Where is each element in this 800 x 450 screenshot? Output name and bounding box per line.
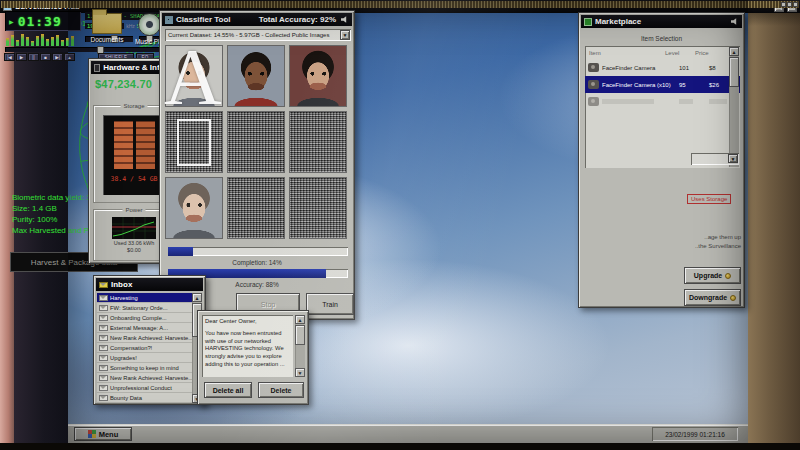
player-minimize-button[interactable] <box>781 2 786 7</box>
quantity-dropdown[interactable]: ▼ <box>691 153 739 165</box>
static-image[interactable] <box>289 111 347 173</box>
email-subject: Unprofessional Conduct <box>110 385 172 391</box>
face-grid <box>165 45 351 239</box>
classifier-icon <box>165 16 173 24</box>
seek-slider[interactable] <box>5 47 159 52</box>
marketplace-titlebar[interactable]: Marketplace <box>581 15 742 28</box>
pause-button[interactable]: || <box>28 53 39 61</box>
envelope-icon <box>99 335 108 341</box>
marketplace-title: Marketplace <box>595 17 641 26</box>
face-image[interactable] <box>227 45 285 107</box>
dropdown-arrow-icon[interactable]: ▼ <box>340 30 350 40</box>
classifier-titlebar[interactable]: Classifier Tool Total Accuracy: 92% <box>162 13 352 26</box>
selection-rectangle <box>177 119 211 166</box>
email-row[interactable]: New Rank Achieved: Harveste... <box>97 373 193 383</box>
redacted-text <box>709 99 727 104</box>
camera-icon <box>588 80 599 89</box>
speaker-icon[interactable] <box>341 16 349 24</box>
face-image[interactable] <box>165 45 223 107</box>
email-row[interactable]: Bounty Data <box>97 393 193 403</box>
marketplace-row-selected[interactable]: FaceFinder Camera (x10) 95 $26 <box>585 76 740 93</box>
email-row[interactable]: External Message: A... <box>97 323 193 333</box>
power-graph <box>112 217 156 239</box>
column-level: Level <box>665 50 695 56</box>
train-button[interactable]: Train <box>306 293 354 315</box>
delete-all-button[interactable]: Delete all <box>204 382 252 398</box>
menu-logo-icon <box>88 430 96 438</box>
email-subject: Compensation?! <box>110 345 152 351</box>
face-image[interactable] <box>165 177 223 239</box>
desktop-scene: Documents Music Pl.. Hardware & Infrastr… <box>0 0 800 450</box>
email-list: Harvesting FW: Stationary Orde... Onboar… <box>97 293 193 403</box>
menu-button[interactable]: Menu <box>74 427 132 441</box>
email-subject: Something to keep in mind <box>110 365 179 371</box>
email-row[interactable]: Unprofessional Conduct <box>97 383 193 393</box>
email-row[interactable]: Onboarding Comple... <box>97 313 193 323</box>
monitor-bottom-edge <box>0 443 800 450</box>
desktop-icon-documents[interactable]: Documents <box>84 13 130 43</box>
email-row[interactable]: Compensation?! <box>97 343 193 353</box>
coin-icon <box>725 273 731 279</box>
email-subject: Onboarding Comple... <box>110 315 167 321</box>
email-row[interactable]: Something to keep in mind <box>97 363 193 373</box>
email-row[interactable]: New Rank Achieved: Harveste... <box>97 333 193 343</box>
storage-bars <box>114 121 155 169</box>
note-line: ..age them up <box>683 233 741 242</box>
player-titlebar[interactable] <box>1 1 799 8</box>
email-subject: Upgrades! <box>110 355 137 361</box>
face-image[interactable] <box>289 45 347 107</box>
eject-button[interactable]: ▲ <box>64 53 75 61</box>
total-accuracy: Total Accuracy: 92% <box>259 15 336 24</box>
upgrade-label: Upgrade <box>694 272 722 279</box>
static-image[interactable] <box>165 111 223 173</box>
static-image[interactable] <box>289 177 347 239</box>
email-row[interactable]: Harvesting <box>97 293 193 303</box>
player-shade-button[interactable] <box>787 2 792 7</box>
envelope-icon <box>99 345 108 351</box>
chip-icon <box>94 64 100 72</box>
play-indicator-icon: ▶ <box>9 18 14 25</box>
scroll-up-icon[interactable]: ▲ <box>192 293 202 302</box>
scroll-down-icon[interactable]: ▼ <box>295 368 305 377</box>
taskbar-clock[interactable]: 23/02/1999 01:21:16 <box>652 427 738 441</box>
delete-button[interactable]: Delete <box>258 382 304 398</box>
email-row[interactable]: FW: Stationary Orde... <box>97 303 193 313</box>
balance-amount: $47,234.70 <box>95 78 152 90</box>
marketplace-row[interactable]: FaceFinder Camera 101 $8 <box>585 59 740 76</box>
power-cost: $0.00 <box>127 247 141 253</box>
next-button[interactable]: ▶| <box>52 53 63 61</box>
transport-controls: |◀ ▶ || ■ ▶| ▲ <box>4 53 75 61</box>
static-image[interactable] <box>227 111 285 173</box>
classifier-title: Classifier Tool <box>176 15 231 24</box>
downgrade-button[interactable]: Downgrade <box>684 289 741 306</box>
upgrade-button[interactable]: Upgrade <box>684 267 741 284</box>
dataset-dropdown[interactable]: Current Dataset: 14.55% - 5.97GB - Colle… <box>165 29 351 41</box>
envelope-icon <box>99 385 108 391</box>
marketplace-row-locked[interactable] <box>585 93 740 110</box>
folder-icon <box>92 13 122 34</box>
stop-button[interactable]: ■ <box>40 53 51 61</box>
play-button[interactable]: ▶ <box>16 53 27 61</box>
envelope-icon <box>99 365 108 371</box>
storage-display: 38.4 / 54 GB <box>103 115 165 195</box>
scroll-thumb[interactable] <box>295 325 305 345</box>
table-scrollbar[interactable]: ▲ <box>729 47 739 167</box>
downgrade-label: Downgrade <box>689 294 727 301</box>
player-close-button[interactable] <box>793 2 798 7</box>
completion-fill <box>168 247 193 256</box>
scroll-up-icon[interactable]: ▲ <box>729 47 739 56</box>
inbox-titlebar[interactable]: Inbox <box>96 278 203 291</box>
email-scrollbar[interactable]: ▲ ▼ <box>295 315 305 377</box>
email-row[interactable]: Upgrades! <box>97 353 193 363</box>
scroll-thumb[interactable] <box>729 57 739 87</box>
scroll-up-icon[interactable]: ▲ <box>295 315 305 324</box>
dropdown-arrow-icon[interactable]: ▼ <box>728 154 738 163</box>
table-header: Item Level Price <box>585 46 740 59</box>
static-image[interactable] <box>227 177 285 239</box>
note-line: ..the Surveillance <box>683 242 741 251</box>
speaker-icon[interactable] <box>731 18 739 26</box>
envelope-icon <box>99 395 108 401</box>
envelope-icon <box>99 355 108 361</box>
cd-icon <box>138 13 161 36</box>
previous-button[interactable]: |◀ <box>4 53 15 61</box>
